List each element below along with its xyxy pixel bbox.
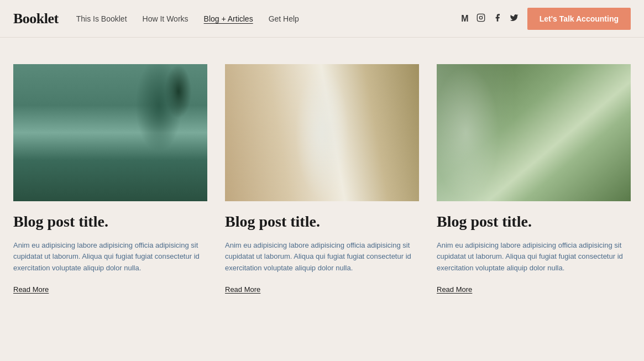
blog-title-3: Blog post title. <box>437 212 631 231</box>
nav-blog-articles[interactable]: Blog + Articles <box>204 14 253 23</box>
blog-card-1: Blog post title. Anim eu adipisicing lab… <box>13 64 207 294</box>
site-logo[interactable]: Booklet <box>13 11 59 27</box>
medium-icon[interactable] <box>461 14 468 24</box>
blog-image-1 <box>13 64 207 201</box>
cta-button[interactable]: Let's Talk Accounting <box>527 8 631 30</box>
nav-how-it-works[interactable]: How It Works <box>143 14 189 23</box>
site-header: Booklet This Is Booklet How It Works Blo… <box>0 0 644 38</box>
read-more-1[interactable]: Read More <box>13 285 207 294</box>
blog-image-2 <box>225 64 419 201</box>
blog-excerpt-3: Anim eu adipisicing labore adipisicing o… <box>437 240 631 274</box>
main-nav: This Is Booklet How It Works Blog + Arti… <box>76 14 299 23</box>
twitter-icon[interactable] <box>510 13 519 24</box>
blog-card-3: Blog post title. Anim eu adipisicing lab… <box>437 64 631 294</box>
instagram-icon[interactable] <box>477 13 485 24</box>
nav-this-is-booklet[interactable]: This Is Booklet <box>76 14 127 23</box>
main-content: Blog post title. Anim eu adipisicing lab… <box>0 38 644 316</box>
blog-card-2: Blog post title. Anim eu adipisicing lab… <box>225 64 419 294</box>
header-left: Booklet This Is Booklet How It Works Blo… <box>13 11 299 27</box>
header-right: Let's Talk Accounting <box>461 8 631 30</box>
blog-image-3 <box>437 64 631 201</box>
blog-excerpt-1: Anim eu adipisicing labore adipisicing o… <box>13 240 207 274</box>
read-more-2[interactable]: Read More <box>225 285 419 294</box>
svg-point-2 <box>483 15 483 15</box>
blog-grid: Blog post title. Anim eu adipisicing lab… <box>13 64 631 294</box>
facebook-icon[interactable] <box>493 13 502 24</box>
blog-title-1: Blog post title. <box>13 212 207 231</box>
nav-get-help[interactable]: Get Help <box>269 14 299 23</box>
blog-excerpt-2: Anim eu adipisicing labore adipisicing o… <box>225 240 419 274</box>
blog-title-2: Blog post title. <box>225 212 419 231</box>
read-more-3[interactable]: Read More <box>437 285 631 294</box>
social-icons-group <box>461 13 518 24</box>
svg-point-1 <box>479 16 482 19</box>
svg-rect-0 <box>477 14 484 21</box>
